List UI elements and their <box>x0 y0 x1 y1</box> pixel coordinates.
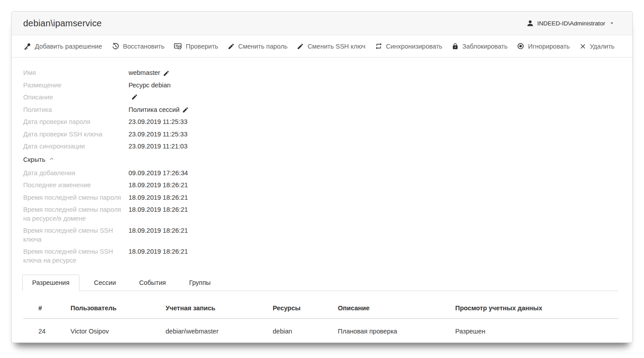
key-icon <box>23 42 31 50</box>
restore-button[interactable]: Восстановить <box>112 42 165 50</box>
last-ssh-change-value: 18.09.2019 18:26:21 <box>129 226 188 235</box>
ignore-label: Игнорировать <box>528 43 570 50</box>
verify-label: Проверить <box>186 43 218 50</box>
column-header-resources: Ресурсы <box>273 299 338 319</box>
field-last-ssh-change: Время последней смены SSH ключа 18.09.20… <box>23 226 621 244</box>
table-header-row: # Пользователь Учетная запись Ресурсы Оп… <box>23 299 618 319</box>
cell-credentials-view: Разрешен <box>455 319 618 343</box>
page-title: debian\ipamservice <box>23 18 102 29</box>
edit-policy-icon[interactable] <box>182 107 189 113</box>
cell-user: Victor Osipov <box>71 319 166 343</box>
column-header-credentials-view: Просмотр учетных данных <box>455 299 618 319</box>
field-last-password-change: Время последней смены пароля 18.09.2019 … <box>23 193 621 202</box>
verify-button[interactable]: Проверить <box>174 42 218 50</box>
pencil-icon <box>297 43 304 50</box>
tab-events[interactable]: События <box>131 275 175 291</box>
pencil-icon <box>228 43 235 50</box>
field-label: Описание <box>23 93 129 102</box>
field-value: 18.09.2019 18:26:21 <box>129 193 188 202</box>
edit-name-icon[interactable] <box>163 70 170 77</box>
field-label: Дата проверки пароля <box>23 118 129 127</box>
field-label: Размещение <box>23 81 129 90</box>
hide-toggle-label: Скрыть <box>23 156 46 163</box>
cell-resources: debian <box>273 319 338 343</box>
field-ssh-check-date: Дата проверки SSH ключа 23.09.2019 11:25… <box>23 130 621 139</box>
account-properties: Имя webmaster Размещение Ресурс debian О… <box>12 58 632 265</box>
field-sync-date: Дата синхронизации 23.09.2019 11:21:03 <box>23 142 621 151</box>
tab-sessions[interactable]: Сессии <box>86 275 125 291</box>
field-label: Дата синхронизации <box>23 142 129 151</box>
change-ssh-key-label: Сменить SSH ключ <box>307 43 366 50</box>
field-label: Время последней смены пароля на ресурсе/… <box>23 206 129 223</box>
field-value: webmaster <box>129 69 170 78</box>
tab-groups[interactable]: Группы <box>181 275 219 291</box>
add-permission-button[interactable]: Добавить разрешение <box>23 42 102 50</box>
delete-icon <box>579 43 586 50</box>
field-value <box>129 93 138 100</box>
field-value: 18.09.2019 18:26:21 <box>129 181 188 190</box>
last-modified-value: 18.09.2019 18:26:21 <box>129 181 188 190</box>
user-icon <box>526 19 534 27</box>
block-label: Заблокировать <box>462 43 507 50</box>
caret-down-icon <box>609 21 615 26</box>
ignore-button[interactable]: Игнорировать <box>517 42 570 50</box>
placement-value: Ресурс debian <box>129 81 170 90</box>
added-date-value: 09.09.2019 17:26:34 <box>129 169 188 178</box>
toolbar: Добавить разрешение Восстановить Провери… <box>12 35 632 58</box>
cell-description: Плановая проверка <box>338 319 455 343</box>
field-label: Время последней смены SSH ключа на ресур… <box>23 247 129 265</box>
policy-value: Политика сессий <box>129 106 179 115</box>
field-last-modified: Последнее изменение 18.09.2019 18:26:21 <box>23 181 621 190</box>
field-placement: Размещение Ресурс debian <box>23 81 621 90</box>
sync-icon <box>375 42 382 50</box>
card-header: debian\ipamservice INDEED-ID\Administrat… <box>12 12 632 35</box>
field-value: 23.09.2019 11:21:03 <box>129 142 187 151</box>
column-header-account: Учетная запись <box>166 299 273 319</box>
chevron-up-icon <box>49 156 54 163</box>
delete-button[interactable]: Удалить <box>579 43 615 50</box>
sync-date-value: 23.09.2019 11:21:03 <box>129 142 187 151</box>
field-added-date: Дата добавления 09.09.2019 17:26:34 <box>23 169 621 178</box>
field-label: Имя <box>23 69 129 78</box>
tab-permissions[interactable]: Разрешения <box>22 275 79 291</box>
column-header-user: Пользователь <box>71 299 166 319</box>
user-menu[interactable]: INDEED-ID\Administrator <box>526 19 615 27</box>
field-label: Политика <box>23 106 129 115</box>
synchronize-button[interactable]: Синхронизировать <box>375 42 442 50</box>
table-row[interactable]: 24 Victor Osipov debian\webmaster debian… <box>23 319 618 343</box>
field-value: Ресурс debian <box>129 81 170 90</box>
change-ssh-key-button[interactable]: Сменить SSH ключ <box>297 43 366 50</box>
hide-details-toggle[interactable]: Скрыть <box>23 156 54 163</box>
user-menu-label: INDEED-ID\Administrator <box>537 20 605 27</box>
field-label: Дата добавления <box>23 169 129 178</box>
history-icon <box>112 42 120 50</box>
account-detail-card: debian\ipamservice INDEED-ID\Administrat… <box>11 11 633 343</box>
edit-description-icon[interactable] <box>131 94 138 100</box>
detail-tabs: Разрешения Сессии События Группы <box>22 275 618 291</box>
field-label: Дата проверки SSH ключа <box>23 130 129 139</box>
field-name: Имя webmaster <box>23 69 621 78</box>
block-button[interactable]: Заблокировать <box>452 43 507 50</box>
delete-label: Удалить <box>590 43 615 50</box>
permissions-table: # Пользователь Учетная запись Ресурсы Оп… <box>23 299 618 343</box>
synchronize-label: Синхронизировать <box>386 43 442 50</box>
field-value: Политика сессий <box>129 106 189 115</box>
change-password-label: Сменить пароль <box>238 43 288 50</box>
restore-label: Восстановить <box>123 43 165 50</box>
field-label: Время последней смены SSH ключа <box>23 226 129 244</box>
ssh-check-date-value: 23.09.2019 11:25:33 <box>129 130 187 139</box>
field-value: 18.09.2019 18:26:21 <box>129 206 188 214</box>
column-header-number: # <box>23 299 71 319</box>
cell-account: debian\webmaster <box>166 319 273 343</box>
ignore-icon <box>517 42 524 50</box>
field-last-password-change-resource: Время последней смены пароля на ресурсе/… <box>23 206 621 223</box>
field-value: 18.09.2019 18:26:21 <box>129 247 188 256</box>
change-password-button[interactable]: Сменить пароль <box>228 43 288 50</box>
column-header-description: Описание <box>338 299 455 319</box>
field-value: 23.09.2019 11:25:33 <box>129 118 187 127</box>
lock-icon <box>452 43 459 50</box>
field-value: 18.09.2019 18:26:21 <box>129 226 188 235</box>
field-description: Описание <box>23 93 621 102</box>
field-policy: Политика Политика сессий <box>23 106 621 115</box>
last-ssh-change-resource-value: 18.09.2019 18:26:21 <box>129 247 188 256</box>
